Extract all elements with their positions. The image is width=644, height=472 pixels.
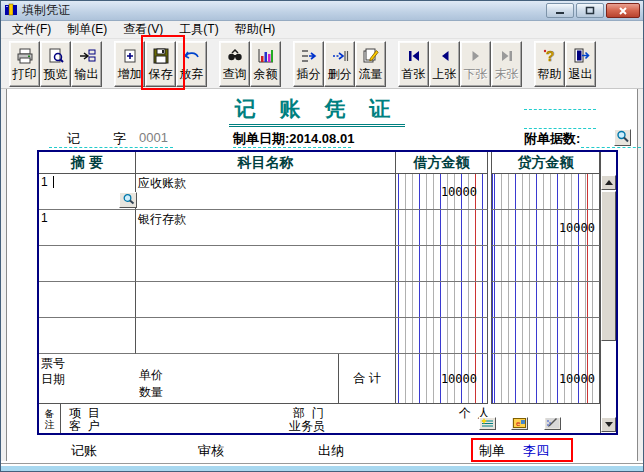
voucher-word-label2: 字: [113, 130, 126, 148]
bookkeeping-label: 记账: [71, 442, 97, 460]
credit-cell[interactable]: [492, 318, 600, 354]
attach-lookup-button[interactable]: [614, 129, 631, 146]
balance-button[interactable]: 余额: [250, 41, 281, 87]
add-button[interactable]: 增加: [114, 41, 145, 87]
insert-entry-button[interactable]: 插分: [293, 41, 324, 87]
ticket-label: 票号: [41, 355, 65, 372]
debit-cell[interactable]: 10000: [396, 174, 488, 210]
preview-tool-button[interactable]: e: [511, 417, 528, 430]
credit-cell[interactable]: 10000: [492, 210, 600, 246]
cashflow-button[interactable]: 流量: [355, 41, 386, 87]
scroll-up-button[interactable]: [601, 175, 616, 190]
dashed-line-date: [233, 147, 351, 148]
account-cell[interactable]: 银行存款: [136, 210, 396, 246]
voucher-date[interactable]: 制单日期:2014.08.01: [233, 130, 354, 148]
query-button[interactable]: 查询: [219, 41, 250, 87]
summary-cell[interactable]: [39, 246, 136, 282]
close-button[interactable]: [606, 3, 640, 18]
menu-help[interactable]: 帮助(H): [227, 20, 284, 39]
exit-icon: [572, 48, 590, 65]
previous-page-icon: [437, 48, 453, 65]
previous-voucher-button[interactable]: 上张: [429, 41, 460, 87]
menu-file[interactable]: 文件(F): [4, 20, 59, 39]
remark-row: 备注 项 目 部 门 个 人 客 户 业务员 e: [39, 404, 616, 433]
save-icon: [152, 48, 170, 65]
preview-button[interactable]: 预览: [40, 41, 71, 87]
text-caret: [53, 176, 54, 188]
voucher-number[interactable]: 0001: [139, 130, 168, 145]
header-account: 科目名称: [136, 152, 396, 174]
signature-row: 记账 审核 出纳 制单 李四: [37, 440, 617, 460]
debit-cell[interactable]: [396, 210, 488, 246]
preparer-name: 李四: [523, 442, 549, 460]
menu-voucher[interactable]: 制单(E): [59, 20, 115, 39]
remark-label: 备注: [39, 404, 61, 433]
next-voucher-button[interactable]: 下张: [460, 41, 491, 87]
dashed-line-number: [49, 147, 173, 148]
total-debit: 10000: [396, 354, 488, 404]
voucher-table: 摘 要 科目名称 借方金额 贷方金额 1 应收账款 10000: [37, 150, 618, 435]
account-cell[interactable]: [136, 318, 396, 354]
menu-tools[interactable]: 工具(T): [171, 20, 226, 39]
title-bar: 填制凭证: [1, 1, 643, 21]
export-button[interactable]: 输出: [71, 41, 102, 87]
wand-icon: [546, 417, 559, 431]
date-label: 日期: [41, 371, 65, 388]
app-books-icon: [4, 2, 18, 20]
debit-cell[interactable]: [396, 318, 488, 354]
help-button[interactable]: ? 帮助: [534, 41, 565, 87]
customer-label: 客 户: [69, 418, 100, 435]
dashed-line-top-2: [524, 128, 596, 129]
credit-cell[interactable]: [492, 174, 600, 210]
scroll-down-button[interactable]: [601, 417, 616, 432]
new-entry-tool-button[interactable]: [479, 417, 496, 430]
table-row: [39, 318, 616, 354]
total-label: 合 计: [339, 354, 396, 404]
credit-cell[interactable]: [492, 282, 600, 318]
restore-button[interactable]: [576, 3, 604, 18]
credit-cell[interactable]: [492, 246, 600, 282]
last-voucher-button[interactable]: 末张: [491, 41, 522, 87]
debit-cell[interactable]: [396, 246, 488, 282]
summary-cell[interactable]: [39, 318, 136, 354]
svg-text:e: e: [516, 419, 521, 428]
table-row: [39, 282, 616, 318]
voucher-entry-window: 填制凭证 文件(F) 制单(E) 查看(V) 工具(T) 帮助(H) 打印 预览: [0, 0, 644, 472]
vertical-scrollbar[interactable]: [600, 152, 616, 433]
export-icon: [78, 48, 96, 65]
last-page-icon: [499, 48, 515, 65]
save-button[interactable]: 保存: [145, 41, 176, 87]
window-title: 填制凭证: [22, 2, 546, 19]
account-cell[interactable]: [136, 282, 396, 318]
menu-view[interactable]: 查看(V): [115, 20, 171, 39]
debit-cell[interactable]: [396, 282, 488, 318]
voucher-title: 记 账 凭 证: [229, 95, 405, 127]
account-lookup-button[interactable]: [119, 192, 137, 208]
table-row: [39, 246, 616, 282]
abandon-button[interactable]: 放弃: [176, 41, 207, 87]
header-debit: 借方金额: [396, 152, 488, 174]
insert-entry-icon: [300, 48, 318, 65]
summary-cell[interactable]: 1: [39, 210, 136, 246]
summary-cell[interactable]: 1: [39, 174, 136, 210]
balance-chart-icon: [257, 48, 275, 65]
new-entry-icon: [481, 417, 494, 431]
add-icon: [121, 48, 139, 65]
account-cell[interactable]: [136, 246, 396, 282]
exit-button[interactable]: 退出: [565, 41, 596, 87]
first-voucher-button[interactable]: 首张: [398, 41, 429, 87]
printer-icon: [16, 48, 34, 65]
delete-entry-button[interactable]: 删分: [324, 41, 355, 87]
print-button[interactable]: 打印: [9, 41, 40, 87]
scroll-thumb[interactable]: [601, 191, 616, 341]
summary-cell[interactable]: [39, 282, 136, 318]
table-row: 1 应收账款 10000: [39, 174, 616, 210]
account-cell[interactable]: 应收账款: [136, 174, 396, 210]
unit-price-label: 单价: [139, 367, 163, 384]
wand-tool-button[interactable]: [544, 417, 561, 430]
table-header-row: 摘 要 科目名称 借方金额 贷方金额: [39, 152, 616, 174]
minimize-button[interactable]: [546, 3, 574, 18]
cashier-label: 出纳: [318, 442, 344, 460]
dashed-line-top-1: [524, 109, 596, 110]
total-credit: 10000: [492, 354, 600, 404]
